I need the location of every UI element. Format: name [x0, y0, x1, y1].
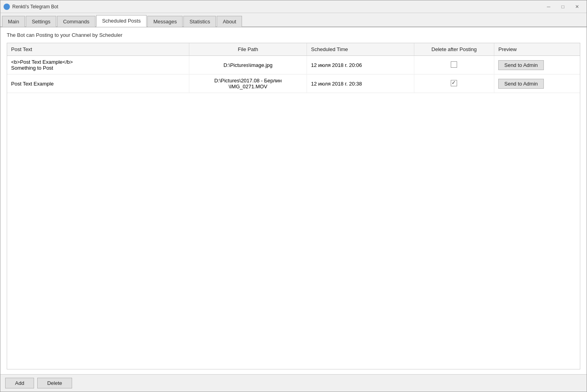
- post-text-cell-1: <b>Post Text Example</b> Something to Po…: [7, 56, 189, 74]
- app-icon: [4, 4, 10, 10]
- scheduled-posts-table: Post Text File Path Scheduled Time Delet…: [7, 43, 580, 93]
- col-header-scheduled-time: Scheduled Time: [307, 43, 414, 56]
- window-title: Renkti's Telegram Bot: [12, 4, 542, 10]
- maximize-button[interactable]: □: [557, 3, 569, 11]
- tab-bar: Main Settings Commands Scheduled Posts M…: [0, 13, 587, 27]
- col-header-file-path: File Path: [189, 43, 307, 56]
- table-row: Post Text Example D:\Pictures\2017.08 - …: [7, 74, 580, 93]
- content-area: The Bot can Posting to your Channel by S…: [0, 27, 587, 374]
- table-body: <b>Post Text Example</b> Something to Po…: [7, 56, 580, 93]
- col-header-delete-after: Delete after Posting: [414, 43, 494, 56]
- delete-after-cell-1[interactable]: [414, 56, 494, 74]
- delete-after-checkbox-1[interactable]: [451, 61, 457, 68]
- tab-about[interactable]: About: [217, 16, 242, 27]
- post-text-cell-2: Post Text Example: [7, 74, 189, 93]
- send-to-admin-button-1[interactable]: Send to Admin: [498, 60, 544, 70]
- title-bar: Renkti's Telegram Bot ─ □ ✕: [0, 0, 587, 13]
- tab-scheduled-posts[interactable]: Scheduled Posts: [96, 15, 147, 27]
- file-path-cell-2: D:\Pictures\2017.08 - Берлин \IMG_0271.M…: [189, 74, 307, 93]
- tab-messages[interactable]: Messages: [147, 16, 183, 27]
- preview-cell-1: Send to Admin: [494, 56, 580, 74]
- delete-after-cell-2[interactable]: [414, 74, 494, 93]
- add-button[interactable]: Add: [5, 378, 34, 388]
- col-header-post-text: Post Text: [7, 43, 189, 56]
- bottom-bar: Add Delete: [0, 374, 587, 392]
- scheduled-time-cell-1: 12 июля 2018 г. 20:06: [307, 56, 414, 74]
- scheduled-posts-table-container: Post Text File Path Scheduled Time Delet…: [7, 43, 580, 369]
- tab-settings[interactable]: Settings: [26, 16, 56, 27]
- window-controls: ─ □ ✕: [542, 3, 583, 11]
- minimize-button[interactable]: ─: [542, 3, 555, 11]
- scheduled-time-cell-2: 12 июля 2018 г. 20:38: [307, 74, 414, 93]
- file-path-cell-1: D:\Pictures\image.jpg: [189, 56, 307, 74]
- page-subtitle: The Bot can Posting to your Channel by S…: [7, 32, 580, 38]
- table-row: <b>Post Text Example</b> Something to Po…: [7, 56, 580, 74]
- delete-button[interactable]: Delete: [37, 378, 72, 388]
- delete-after-checkbox-2[interactable]: [451, 80, 457, 86]
- col-header-preview: Preview: [494, 43, 580, 56]
- send-to-admin-button-2[interactable]: Send to Admin: [498, 79, 544, 89]
- tab-statistics[interactable]: Statistics: [183, 16, 216, 27]
- tab-main[interactable]: Main: [2, 16, 25, 27]
- tab-commands[interactable]: Commands: [57, 16, 95, 27]
- main-window: Renkti's Telegram Bot ─ □ ✕ Main Setting…: [0, 0, 587, 392]
- close-button[interactable]: ✕: [571, 3, 583, 11]
- table-header-row: Post Text File Path Scheduled Time Delet…: [7, 43, 580, 56]
- preview-cell-2: Send to Admin: [494, 74, 580, 93]
